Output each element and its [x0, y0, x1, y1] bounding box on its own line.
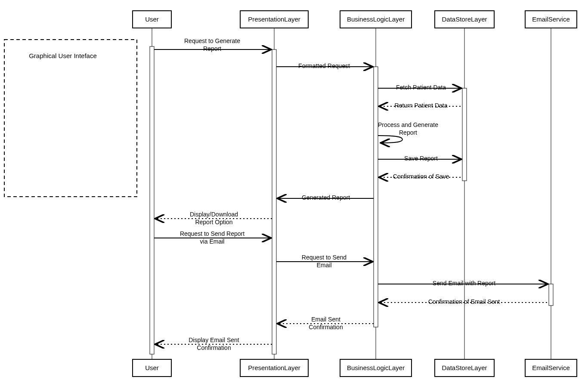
svg-text:PresentationLayer: PresentationLayer	[248, 364, 300, 371]
svg-text:User: User	[145, 364, 159, 371]
svg-text:Display Email Sent: Display Email Sent	[189, 337, 239, 343]
sequence-diagram: Graphical User Inteface User Presentatio…	[0, 0, 588, 383]
svg-text:Request to Send Report: Request to Send Report	[180, 230, 244, 237]
svg-text:Request to Send: Request to Send	[302, 254, 347, 261]
participant-email-bottom: EmailService	[525, 359, 577, 377]
svg-text:Return Patient Data: Return Patient Data	[395, 102, 448, 109]
svg-text:via Email: via Email	[200, 238, 225, 245]
svg-text:Send Email with Report: Send Email with Report	[433, 280, 495, 287]
activation-user	[150, 46, 154, 354]
svg-text:Email Sent: Email Sent	[311, 316, 340, 323]
participant-datastore-bottom: DataStoreLayer	[435, 359, 494, 377]
svg-text:Display/Download: Display/Download	[190, 211, 238, 218]
svg-text:Formatted Request: Formatted Request	[298, 62, 350, 69]
svg-text:Report Option: Report Option	[195, 219, 232, 225]
svg-text:BusinessLogicLayer: BusinessLogicLayer	[347, 364, 405, 371]
participant-business-top: BusinessLogicLayer	[340, 11, 412, 28]
svg-text:Process and Generate: Process and Generate	[378, 121, 438, 128]
activation-presentation	[272, 49, 276, 354]
participant-presentation-top: PresentationLayer	[240, 11, 308, 28]
participant-user-top: User	[133, 11, 171, 28]
participant-user-bottom: User	[133, 359, 171, 377]
svg-text:Email: Email	[316, 262, 331, 269]
svg-text:Confirmation: Confirmation	[197, 344, 231, 351]
svg-text:User: User	[145, 15, 159, 23]
note-gui	[4, 40, 137, 197]
svg-text:EmailService: EmailService	[532, 364, 570, 371]
svg-text:Report: Report	[399, 129, 417, 136]
svg-text:PresentationLayer: PresentationLayer	[248, 15, 300, 23]
svg-text:DataStoreLayer: DataStoreLayer	[442, 15, 487, 23]
svg-text:Fetch Patient Data: Fetch Patient Data	[396, 84, 446, 91]
participant-business-bottom: BusinessLogicLayer	[340, 359, 412, 377]
activation-datastore	[462, 88, 467, 181]
svg-text:Save Report: Save Report	[404, 155, 438, 162]
svg-text:BusinessLogicLayer: BusinessLogicLayer	[347, 15, 405, 23]
participant-presentation-bottom: PresentationLayer	[240, 359, 308, 377]
svg-text:EmailService: EmailService	[532, 15, 570, 23]
svg-text:Generated Report: Generated Report	[302, 194, 350, 201]
svg-text:Confirmation: Confirmation	[309, 324, 343, 330]
note-gui-text: Graphical User Inteface	[29, 52, 97, 59]
svg-text:Report: Report	[203, 45, 221, 52]
svg-text:Request to Generate: Request to Generate	[184, 37, 240, 44]
activation-business	[374, 67, 378, 327]
svg-text:Confirmation of Save: Confirmation of Save	[393, 173, 449, 180]
svg-text:Confirmation of Email Sent: Confirmation of Email Sent	[428, 298, 500, 305]
svg-text:DataStoreLayer: DataStoreLayer	[442, 364, 487, 371]
participant-datastore-top: DataStoreLayer	[435, 11, 494, 28]
msg-self-process-generate: Process and Generate Report	[378, 121, 438, 143]
activation-email	[549, 284, 553, 306]
participant-email-top: EmailService	[525, 11, 577, 28]
